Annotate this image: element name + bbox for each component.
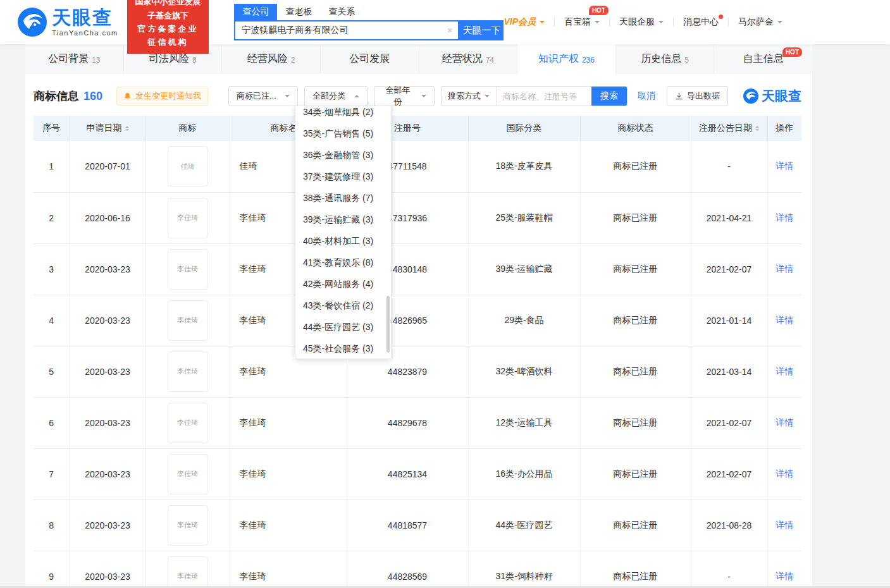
cell-index: 8 bbox=[34, 499, 70, 551]
certification-banner: 国家中小企业发展子基金旗下 官方备案企业征信机构 bbox=[127, 0, 209, 54]
cell-index: 2 bbox=[34, 192, 70, 243]
chevron-down-icon bbox=[658, 21, 664, 26]
nav-item-百宝箱[interactable]: 百宝箱HOT bbox=[564, 16, 600, 28]
sort-up-icon bbox=[125, 126, 129, 128]
cell-index: 7 bbox=[34, 448, 70, 499]
trademark-image[interactable]: 李佳琦 bbox=[168, 403, 208, 443]
column-header-label: 注册公告日期 bbox=[699, 123, 752, 133]
dropdown-option[interactable]: 37类-建筑修理 (3) bbox=[295, 166, 391, 187]
nav-item-消息中心[interactable]: 消息中心 bbox=[683, 16, 719, 28]
dropdown-option[interactable]: 42类-网站服务 (4) bbox=[295, 273, 391, 295]
watermark-logo: 天眼查 bbox=[743, 87, 801, 105]
trademark-image[interactable]: 佳琦 bbox=[168, 146, 208, 187]
trademark-search-input[interactable] bbox=[497, 87, 591, 106]
detail-link[interactable]: 详情 bbox=[776, 264, 793, 274]
trademark-table: 序号申请日期商标商标名称注册号国际分类商标状态注册公告日期操作 12020-07… bbox=[34, 116, 801, 588]
cell-status: 商标已注册 bbox=[580, 346, 691, 397]
company-search-input[interactable] bbox=[235, 21, 458, 39]
cell-apply-date: 2020-03-23 bbox=[70, 397, 145, 448]
dropdown-option[interactable]: 34类-烟草烟具 (2) bbox=[295, 106, 391, 123]
chevron-down-icon bbox=[285, 95, 290, 100]
trademark-search-button[interactable]: 搜索 bbox=[591, 87, 627, 106]
dropdown-option[interactable]: 44类-医疗园艺 (3) bbox=[295, 316, 391, 338]
cell-publish-date: 2021-02-07 bbox=[691, 397, 767, 448]
cell-trademark-name: 李佳琦 bbox=[230, 397, 347, 448]
clear-icon[interactable]: × bbox=[447, 25, 453, 35]
company-search-box: × bbox=[234, 20, 459, 40]
cell-index: 3 bbox=[34, 243, 70, 295]
search-submit-button[interactable]: 天眼一下 bbox=[459, 20, 504, 40]
cell-action: 详情 bbox=[767, 243, 801, 295]
sort-icon bbox=[125, 126, 129, 131]
tianyancha-logo[interactable]: 天眼查 TianYanCha.com bbox=[18, 8, 118, 37]
cell-trademark-name: 李佳琦 bbox=[230, 448, 347, 499]
detail-link[interactable]: 详情 bbox=[776, 161, 793, 171]
tab-公司发展[interactable]: 公司发展 bbox=[321, 44, 419, 74]
trademark-image[interactable]: 李佳琦 bbox=[168, 505, 208, 546]
dropdown-option[interactable]: 39类-运输贮藏 (3) bbox=[295, 209, 391, 230]
sort-down-icon bbox=[125, 129, 129, 131]
nav-item-马尔萨金[interactable]: 马尔萨金 bbox=[738, 16, 782, 28]
trademark-image[interactable]: 李佳琦 bbox=[168, 198, 208, 238]
column-header-国际分类: 国际分类 bbox=[468, 116, 580, 141]
trademark-table-body: 12020-07-01佳琦佳琦4771154818类-皮革皮具商标已注册-详情2… bbox=[34, 141, 801, 588]
search-mode-select[interactable]: 搜索方式 bbox=[442, 87, 497, 106]
cell-international-class: 12类-运输工具 bbox=[468, 397, 580, 448]
dropdown-option[interactable]: 41类-教育娱乐 (8) bbox=[295, 252, 391, 273]
dropdown-option[interactable]: 43类-餐饮住宿 (2) bbox=[295, 295, 391, 316]
tab-经营状况[interactable]: 经营状况74 bbox=[419, 44, 518, 74]
filter-button-全部分类[interactable]: 全部分类 bbox=[304, 86, 368, 106]
cell-international-class: 31类-饲料种籽 bbox=[468, 551, 580, 588]
trademark-image[interactable]: 李佳琦 bbox=[168, 249, 208, 290]
tab-知识产权[interactable]: 知识产权236 bbox=[517, 44, 616, 74]
cancel-link[interactable]: 取消 bbox=[638, 90, 655, 102]
detail-link[interactable]: 详情 bbox=[776, 212, 793, 223]
cell-action: 详情 bbox=[767, 499, 801, 551]
column-header-序号: 序号 bbox=[34, 116, 70, 141]
table-row: 92020-03-23李佳琦李佳琦4482856931类-饲料种籽商标已注册-详… bbox=[34, 551, 801, 588]
cell-status: 商标已注册 bbox=[580, 192, 691, 243]
site-header: 天眼查 TianYanCha.com 国家中小企业发展子基金旗下 官方备案企业征… bbox=[0, 0, 890, 44]
search-tab-查公司[interactable]: 查公司 bbox=[234, 4, 277, 20]
cell-apply-date: 2020-03-23 bbox=[70, 346, 145, 397]
sort-up-icon bbox=[755, 126, 759, 128]
filter-button-商标已注...[interactable]: 商标已注... bbox=[228, 86, 298, 106]
tab-公司背景[interactable]: 公司背景13 bbox=[25, 44, 124, 74]
trademark-image[interactable]: 李佳琦 bbox=[168, 352, 208, 392]
nav-item-天眼企服[interactable]: 天眼企服 bbox=[619, 16, 664, 28]
detail-link[interactable]: 详情 bbox=[776, 571, 793, 581]
detail-link[interactable]: 详情 bbox=[776, 469, 793, 479]
filter-button-全部年份[interactable]: 全部年份 bbox=[374, 86, 435, 106]
column-header-注册公告日期[interactable]: 注册公告日期 bbox=[691, 116, 767, 141]
watermark-logo-text: 天眼查 bbox=[762, 87, 801, 105]
trademark-image[interactable]: 李佳琦 bbox=[168, 556, 208, 588]
trademark-image[interactable]: 李佳琦 bbox=[168, 300, 208, 341]
nav-item-VIP会员[interactable]: VIP会员 bbox=[504, 16, 545, 28]
export-data-button[interactable]: 导出数据 bbox=[667, 86, 728, 106]
column-header-label: 申请日期 bbox=[87, 123, 122, 133]
dropdown-option[interactable]: 36类-金融物管 (3) bbox=[295, 144, 391, 166]
search-tab-查老板[interactable]: 查老板 bbox=[277, 4, 320, 20]
column-header-申请日期[interactable]: 申请日期 bbox=[70, 116, 145, 141]
cell-status: 商标已注册 bbox=[580, 243, 691, 295]
tab-经营风险[interactable]: 经营风险2 bbox=[222, 44, 321, 74]
tab-历史信息[interactable]: 历史信息5 bbox=[616, 44, 715, 74]
column-header-label: 序号 bbox=[42, 123, 60, 133]
dropdown-option[interactable]: 35类-广告销售 (5) bbox=[295, 123, 391, 144]
dropdown-scrollbar-thumb[interactable] bbox=[386, 296, 390, 353]
cell-index: 1 bbox=[34, 141, 70, 192]
detail-link[interactable]: 详情 bbox=[776, 520, 793, 530]
detail-link[interactable]: 详情 bbox=[776, 417, 793, 427]
dropdown-option[interactable]: 38类-通讯服务 (7) bbox=[295, 187, 391, 209]
tab-label: 自主信息 bbox=[743, 52, 784, 66]
dropdown-option[interactable]: 40类-材料加工 (3) bbox=[295, 230, 391, 252]
detail-link[interactable]: 详情 bbox=[776, 315, 793, 325]
tab-自主信息[interactable]: 自主信息HOT bbox=[714, 44, 812, 74]
detail-link[interactable]: 详情 bbox=[776, 366, 793, 376]
category-dropdown-list: 34类-烟草烟具 (2)35类-广告销售 (5)36类-金融物管 (3)37类-… bbox=[295, 106, 391, 359]
cell-publish-date: 2021-01-14 bbox=[691, 295, 767, 346]
search-tab-查关系[interactable]: 查关系 bbox=[320, 4, 363, 20]
notify-change-button[interactable]: 发生变更时通知我 bbox=[116, 87, 208, 106]
dropdown-option[interactable]: 45类-社会服务 (3) bbox=[295, 338, 391, 359]
trademark-image[interactable]: 李佳琦 bbox=[168, 454, 208, 494]
